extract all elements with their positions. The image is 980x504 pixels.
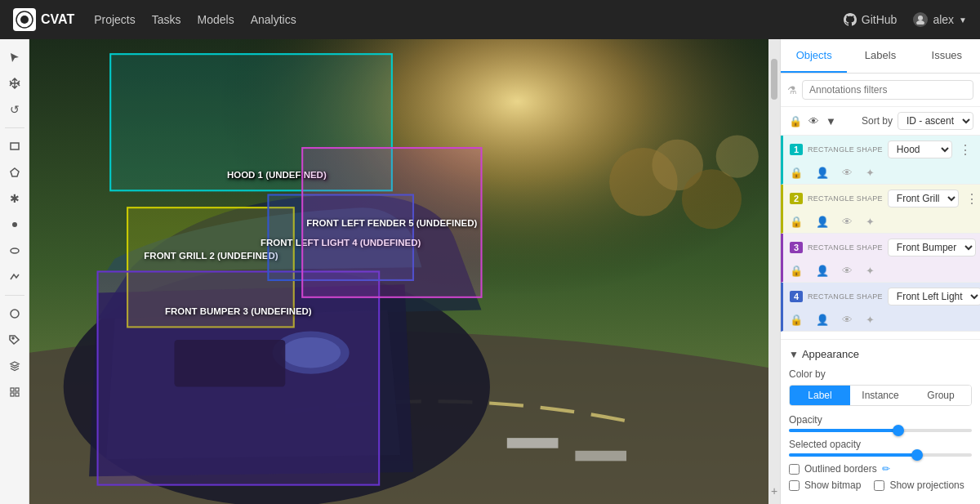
opacity-thumb[interactable] [893,425,904,436]
scroll-add-btn[interactable]: + [771,484,777,497]
canvas-area[interactable]: HOOD 1 (UNDEFINED) FRONT GRILL 2 (UNDEFI… [29,39,780,504]
tag-tool[interactable] [3,328,26,351]
canvas-scrollbar[interactable] [771,59,777,100]
object-item-header-grill: 2 RECTANGLE SHAPE Front Grill ⋮ [783,185,980,212]
eye-icon-3[interactable]: 👁 [842,265,853,277]
object-item-hood: 1 RECTANGLE SHAPE Hood ⋮ 🔒 👤 👁 ✦ [781,136,980,185]
eye-icon-4[interactable]: 👁 [842,314,853,326]
lock-all-icon[interactable]: 🔒 [787,114,804,129]
obj-menu-1[interactable]: ⋮ [957,142,973,158]
obj-shape-4: RECTANGLE SHAPE [808,292,883,301]
color-by-label-btn[interactable]: Label [790,386,850,405]
svg-rect-10 [16,388,19,391]
person-icon-1[interactable]: 👤 [816,167,829,179]
ellipse-tool[interactable] [3,239,26,262]
lock-icon-3[interactable]: 🔒 [790,265,803,277]
polygon-tool[interactable] [3,161,26,184]
obj-menu-2[interactable]: ⋮ [964,191,980,207]
sort-bar: 🔒 👁 ▼ Sort by ID - ascent [781,107,980,136]
svg-text:FRONT LEFT FENDER 5 (UNDEFINED: FRONT LEFT FENDER 5 (UNDEFINED) [306,218,477,228]
edit-color-icon[interactable]: ✏ [882,463,890,475]
left-toolbar: ↺ ✱ [0,39,29,504]
obj-shape-1: RECTANGLE SHAPE [808,145,883,154]
color-by-label: Color by [789,368,972,380]
object-actions-4: 🔒 👤 👁 ✦ [783,310,980,331]
nav-tasks[interactable]: Tasks [152,10,181,29]
person-icon-2[interactable]: 👤 [816,216,829,228]
svg-rect-29 [98,272,380,485]
show-projections-checkbox[interactable] [874,480,884,491]
appearance-chevron-icon[interactable]: ▼ [789,349,799,360]
eye-all-icon[interactable]: 👁 [807,114,821,129]
lock-icon-1[interactable]: 🔒 [790,167,803,179]
user-menu[interactable]: alex ▼ [913,12,967,27]
color-by-group-btn[interactable]: Group [911,386,971,405]
filter-input[interactable] [802,80,973,100]
svg-rect-16 [575,451,626,462]
star-icon-4[interactable]: ✦ [866,314,875,326]
expand-icon[interactable]: ▼ [824,114,838,129]
eye-icon-1[interactable]: 👁 [842,167,853,179]
sort-select[interactable]: ID - ascent [898,112,973,130]
github-link[interactable]: GitHub [844,13,898,26]
show-bitmap-label: Show bitmap [804,479,861,491]
top-nav: CVAT Projects Tasks Models Analytics Git… [0,0,980,39]
cursor-tool[interactable] [3,46,26,69]
star-icon-1[interactable]: ✦ [866,167,875,179]
filter-bar: ⚗ [781,74,980,107]
lock-icon-2[interactable]: 🔒 [790,216,803,228]
opacity-track[interactable] [789,429,972,432]
star-icon-2[interactable]: ✦ [866,216,875,228]
svg-rect-4 [11,143,19,149]
obj-label-select-3[interactable]: Front Bumper [888,239,976,256]
logo[interactable]: CVAT [13,8,74,31]
obj-num-3: 3 [790,242,803,253]
tab-labels[interactable]: Labels [847,39,913,73]
circle-tool[interactable] [3,302,26,325]
undo-tool[interactable]: ↺ [3,98,26,121]
svg-point-2 [918,16,923,20]
obj-label-select-1[interactable]: Hood [888,140,952,158]
selected-opacity-track[interactable] [789,453,972,457]
eye-icon-2[interactable]: 👁 [842,216,853,228]
star-icon-3[interactable]: ✦ [866,265,875,277]
color-by-instance-btn[interactable]: Instance [850,386,911,405]
nav-analytics[interactable]: Analytics [251,10,296,29]
svg-point-7 [11,310,19,318]
layers-tool[interactable] [3,355,26,377]
nav-projects[interactable]: Projects [94,10,136,29]
obj-label-select-2[interactable]: Front Grill [888,190,959,207]
github-label: GitHub [862,13,898,26]
object-item-light: 4 RECTANGLE SHAPE Front Left Light ⋮ 🔒 👤… [781,283,980,332]
polyline-tool[interactable] [3,265,26,288]
selected-opacity-slider-section: Selected opacity [789,439,972,457]
object-item-header-hood: 1 RECTANGLE SHAPE Hood ⋮ [783,136,980,163]
tab-issues[interactable]: Issues [914,39,980,73]
svg-text:FRONT BUMPER 3 (UNDEFINED): FRONT BUMPER 3 (UNDEFINED) [165,306,312,316]
appearance-title: Appearance [802,348,859,360]
lock-icon-4[interactable]: 🔒 [790,314,803,326]
svg-point-19 [682,169,742,229]
object-actions-1: 🔒 👤 👁 ✦ [783,163,980,184]
svg-point-8 [12,337,14,339]
point-tool[interactable] [3,213,26,236]
outlined-borders-checkbox[interactable] [789,464,800,475]
move-tool[interactable] [3,72,26,95]
show-bitmap-row: Show bitmap [789,479,861,491]
rectangle-tool[interactable] [3,135,26,158]
person-icon-3[interactable]: 👤 [816,265,829,277]
selected-opacity-thumb[interactable] [911,449,923,461]
obj-label-select-4[interactable]: Front Left Light [888,288,980,306]
grid-tool[interactable] [3,381,26,404]
show-projections-row: Show projections [874,479,964,491]
sort-icons: 🔒 👁 ▼ [787,114,838,129]
svg-point-20 [716,135,759,177]
outlined-borders-label: Outlined borders [804,463,877,475]
object-list: 1 RECTANGLE SHAPE Hood ⋮ 🔒 👤 👁 ✦ 2 [781,136,980,339]
nav-models[interactable]: Models [198,10,234,29]
show-bitmap-checkbox[interactable] [789,480,800,491]
ai-tool[interactable]: ✱ [3,187,26,210]
person-icon-4[interactable]: 👤 [816,314,829,326]
bitmap-projections-row: Show bitmap Show projections [789,479,972,496]
tab-objects[interactable]: Objects [781,39,847,73]
